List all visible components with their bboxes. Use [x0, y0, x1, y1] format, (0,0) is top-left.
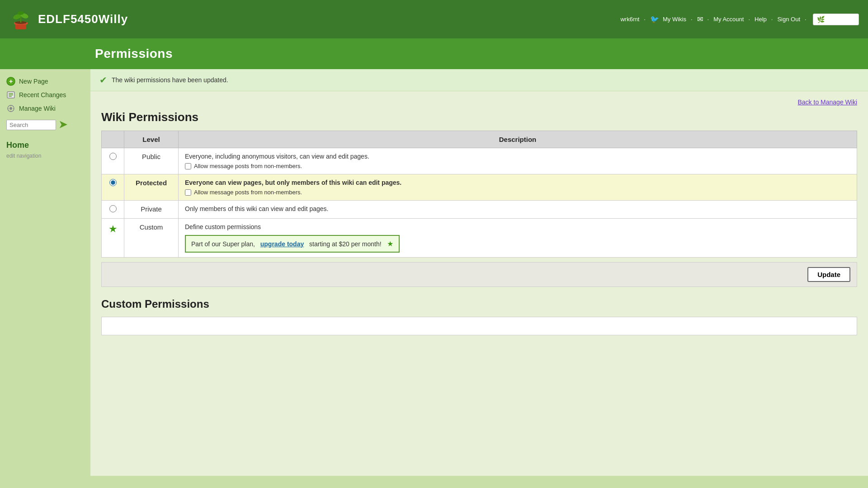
page-title: Permissions [95, 47, 859, 61]
nav-sep-1: · [644, 16, 646, 23]
public-allow-msg-row: Allow message posts from non-members. [185, 163, 850, 169]
public-radio-cell [102, 148, 124, 174]
custom-plan-text-before: Part of our Super plan, [191, 240, 257, 248]
nav-sep-5: · [771, 16, 773, 23]
nav-sep-2: · [691, 16, 693, 23]
custom-plan-star-icon: ★ [387, 239, 393, 248]
protected-level-cell: Protected [124, 174, 179, 201]
private-level-cell: Private [124, 201, 179, 219]
sidebar-item-manage-wiki[interactable]: Manage Wiki [5, 102, 86, 115]
checkmark-icon: ✔ [99, 75, 107, 85]
table-row-custom: ★ Custom Define custom permissions Part … [102, 219, 857, 258]
sidebar-new-page-label: New Page [19, 78, 48, 85]
public-desc-text: Everyone, including anonymous visitors, … [185, 153, 369, 160]
nav-sep-3: · [708, 16, 709, 23]
custom-star-cell: ★ [102, 219, 124, 258]
nav-my-wikis[interactable]: My Wikis [663, 16, 686, 23]
private-radio[interactable] [109, 205, 117, 212]
permissions-table: Level Description Public Everyone, inclu… [101, 131, 857, 258]
search-area: ➤ [6, 119, 84, 131]
search-input[interactable] [6, 120, 56, 130]
custom-table-cell [102, 317, 857, 335]
nav-sep-6: · [805, 16, 807, 23]
private-desc-text: Only members of this wiki can view and e… [185, 205, 328, 212]
nav-username[interactable]: wrk6mt [620, 16, 639, 23]
search-button[interactable]: ➤ [59, 119, 67, 131]
content-area: ✔ The wiki permissions have been updated… [90, 69, 868, 476]
custom-plan-text-after: starting at $20 per month! [307, 240, 383, 248]
protected-allow-msg-text: Allow message posts from non-members. [194, 189, 302, 196]
public-radio[interactable] [109, 153, 117, 160]
wiki-permissions-heading: Wiki Permissions [101, 110, 857, 124]
custom-level-cell: Custom [124, 219, 179, 258]
custom-define-text: Define custom permissions [185, 223, 850, 230]
svg-text:+: + [9, 78, 13, 85]
nav-sep-4: · [748, 16, 750, 23]
upgrade-today-link[interactable]: upgrade today [260, 240, 304, 248]
custom-star-icon: ★ [108, 223, 118, 235]
table-header-level: Level [124, 131, 179, 148]
protected-radio-cell [102, 174, 124, 201]
custom-permissions-table [101, 317, 857, 335]
table-header-radio [102, 131, 124, 148]
table-row-protected: Protected Everyone can view pages, but o… [102, 174, 857, 201]
wikispaces-label: wikispaces [826, 16, 855, 23]
wikispaces-leaf-icon: 🌿 [817, 16, 825, 23]
mail-icon: ✉ [697, 15, 703, 23]
nav-my-account[interactable]: My Account [713, 16, 744, 23]
search-arrow-icon: ➤ [59, 119, 67, 130]
table-row-private: Private Only members of this wiki can vi… [102, 201, 857, 219]
header-nav: wrk6mt · 🐦 My Wikis · ✉ · My Account · H… [620, 14, 859, 25]
protected-radio[interactable] [109, 179, 117, 186]
svg-point-14 [9, 107, 12, 110]
header-left: EDLF5450Willy [9, 8, 128, 31]
public-level-cell: Public [124, 148, 179, 174]
sidebar-item-new-page[interactable]: + New Page [5, 75, 86, 88]
manage-wiki-icon [6, 104, 15, 113]
custom-table-row [102, 317, 857, 335]
success-message: ✔ The wiki permissions have been updated… [90, 69, 868, 91]
content-body: Back to Manage Wiki Wiki Permissions Lev… [90, 91, 868, 343]
edit-navigation-link[interactable]: edit navigation [5, 152, 86, 160]
back-link-row: Back to Manage Wiki [101, 99, 857, 106]
main-layout: + New Page Recent Changes [0, 69, 868, 476]
update-button[interactable]: Update [807, 267, 850, 282]
site-header: EDLF5450Willy wrk6mt · 🐦 My Wikis · ✉ · … [0, 0, 868, 38]
sidebar-manage-wiki-label: Manage Wiki [19, 105, 56, 112]
sidebar-item-home[interactable]: Home [5, 139, 86, 152]
custom-desc-cell: Define custom permissions Part of our Su… [179, 219, 857, 258]
public-desc-cell: Everyone, including anonymous visitors, … [179, 148, 857, 174]
sidebar-item-recent-changes[interactable]: Recent Changes [5, 88, 86, 102]
success-message-text: The wiki permissions have been updated. [112, 76, 228, 84]
nav-help[interactable]: Help [755, 16, 767, 23]
protected-desc-cell: Everyone can view pages, but only member… [179, 174, 857, 201]
custom-permissions-section: Custom Permissions [101, 298, 857, 335]
nav-sign-out[interactable]: Sign Out [777, 16, 800, 23]
wikispaces-badge[interactable]: 🌿 wikispaces [813, 14, 859, 25]
private-desc-cell: Only members of this wiki can view and e… [179, 201, 857, 219]
sidebar: + New Page Recent Changes [0, 69, 90, 476]
recent-changes-icon [6, 90, 15, 99]
table-row-public: Public Everyone, including anonymous vis… [102, 148, 857, 174]
protected-allow-msg-row: Allow message posts from non-members. [185, 189, 850, 196]
protected-desc-text: Everyone can view pages, but only member… [185, 179, 401, 186]
public-allow-msg-text: Allow message posts from non-members. [194, 163, 302, 169]
update-row: Update [101, 262, 857, 287]
table-header-description: Description [179, 131, 857, 148]
public-allow-msg-checkbox[interactable] [185, 163, 191, 169]
custom-plan-box: Part of our Super plan, upgrade today st… [185, 235, 400, 253]
custom-permissions-heading: Custom Permissions [101, 298, 857, 310]
sidebar-recent-changes-label: Recent Changes [19, 91, 66, 99]
protected-allow-msg-checkbox[interactable] [185, 189, 191, 196]
site-title: EDLF5450Willy [38, 12, 128, 26]
back-to-manage-wiki-link[interactable]: Back to Manage Wiki [798, 99, 858, 106]
bird-icon: 🐦 [650, 15, 659, 23]
private-radio-cell [102, 201, 124, 219]
page-title-bar: Permissions [0, 38, 868, 69]
site-logo-icon [9, 8, 33, 31]
new-page-icon: + [6, 77, 15, 86]
